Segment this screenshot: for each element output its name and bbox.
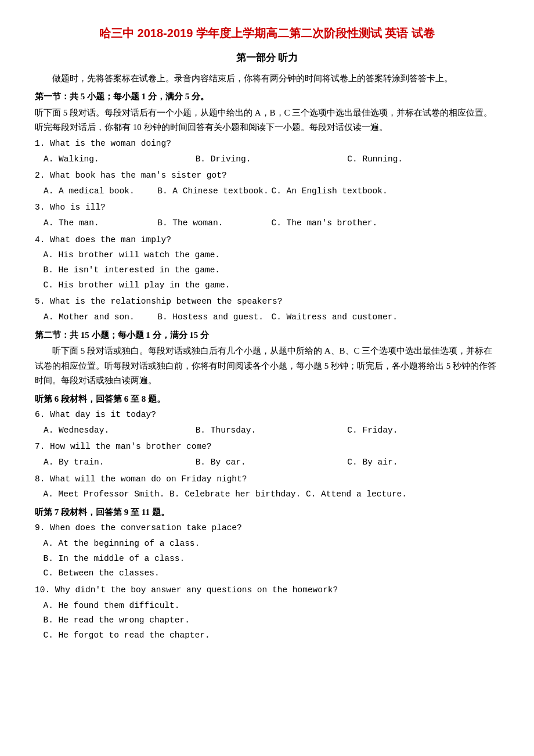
section1-instructions: 听下面 5 段对话。每段对话后有一个小题，从题中给出的 A，B，C 三个选项中选… (35, 106, 499, 135)
q9-option-b: B. In the middle of a class. (44, 552, 500, 566)
q2-option-c: C. An English textbook. (272, 184, 500, 199)
section2-header: 第二节：共 15 小题；每小题 1 分，满分 15 分 (35, 328, 499, 343)
question-1: 1. What is the woman doing? A. Walking. … (35, 136, 499, 166)
q2-option-b: B. A Chinese textbook. (157, 184, 271, 199)
q6-option-a: A. Wednesday. (44, 423, 196, 438)
q10-option-a: A. He found them difficult. (44, 599, 500, 613)
question-5: 5. What is the relationship between the … (35, 294, 499, 324)
q7-option-c: C. By air. (347, 455, 499, 470)
question-8: 8. What will the woman do on Friday nigh… (35, 472, 499, 502)
q4-option-c: C. His brother will play in the game. (44, 278, 500, 293)
part1-title: 第一部分 听力 (35, 50, 499, 67)
q8-options: A. Meet Professor Smith. B. Celebrate he… (44, 487, 500, 502)
question-9: 9. When does the conversation take place… (35, 521, 499, 581)
q3-option-a: A. The man. (44, 216, 157, 231)
section1-header: 第一节：共 5 小题；每小题 1 分，满分 5 分。 (35, 89, 499, 105)
q4-option-b: B. He isn't interested in the game. (44, 263, 500, 278)
question-2: 2. What book has the man's sister got? A… (35, 168, 499, 198)
question-3: 3. Who is ill? A. The man. B. The woman.… (35, 200, 499, 230)
q6-option-c: C. Friday. (347, 423, 499, 438)
question-10: 10. Why didn't the boy answer any questi… (35, 583, 499, 643)
q1-option-a: A. Walking. (44, 152, 196, 167)
question-6: 6. What day is it today? A. Wednesday. B… (35, 408, 499, 437)
q2-option-a: A. A medical book. (44, 184, 157, 199)
q9-option-c: C. Between the classes. (44, 566, 500, 581)
q1-option-b: B. Driving. (196, 152, 348, 167)
q10-option-b: B. He read the wrong chapter. (44, 613, 500, 628)
q1-option-c: C. Running. (347, 152, 499, 167)
q5-option-b: B. Hostess and guest. (157, 310, 271, 325)
q9-option-a: A. At the beginning of a class. (44, 537, 500, 551)
q10-option-c: C. He forgot to read the chapter. (44, 628, 500, 643)
section2-group2-header: 听第 7 段材料，回答第 9 至 11 题。 (35, 505, 499, 520)
section2-group1-header: 听第 6 段材料，回答第 6 至 8 题。 (35, 392, 499, 407)
q7-option-b: B. By car. (196, 455, 348, 470)
q4-option-a: A. His brother will watch the game. (44, 248, 500, 262)
q3-option-c: C. The man's brother. (272, 216, 500, 231)
q5-option-a: A. Mother and son. (44, 310, 157, 325)
q7-option-a: A. By train. (44, 455, 196, 470)
q6-option-b: B. Thursday. (196, 423, 348, 438)
section2-instructions: 听下面 5 段对话或独白。每段对话或独白后有几个小题，从题中所给的 A、B、C … (35, 344, 499, 388)
q5-option-c: C. Waitress and customer. (272, 310, 500, 325)
q3-option-b: B. The woman. (157, 216, 271, 231)
page-title: 哈三中 2018-2019 学年度上学期高二第二次阶段性测试 英语 试卷 (35, 23, 499, 43)
question-4: 4. What does the man imply? A. His broth… (35, 233, 499, 293)
instructions1: 做题时，先将答案标在试卷上。录音内容结束后，你将有两分钟的时间将试卷上的答案转涂… (35, 71, 499, 87)
question-7: 7. How will the man's brother come? A. B… (35, 440, 499, 469)
